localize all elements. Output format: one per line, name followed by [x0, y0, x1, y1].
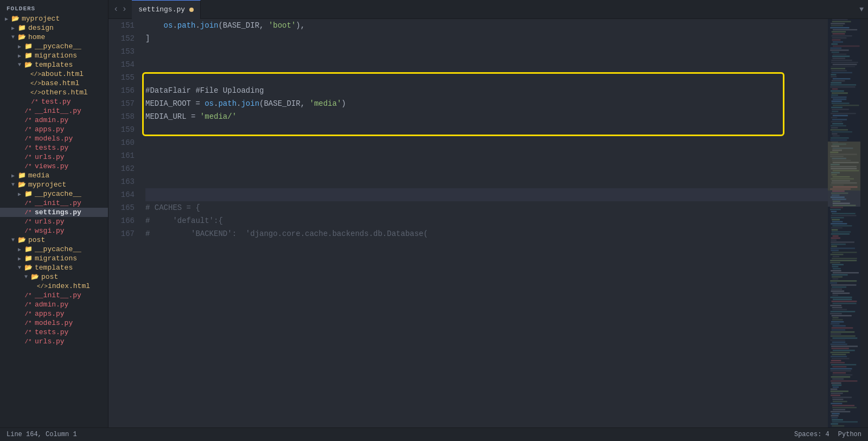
tree-item-test_py[interactable]: /*test.py: [0, 97, 108, 106]
status-position: Line 164, Column 1: [7, 431, 794, 438]
tab-dropdown-icon[interactable]: ▼: [855, 5, 868, 14]
code-line-163: [145, 175, 828, 188]
tree-label-models_home: models.py: [35, 135, 73, 143]
tree-label-pycache_post: __pycache__: [35, 245, 81, 253]
tree-icon-file-py: /*: [24, 301, 33, 309]
tree-icon-file-py: /*: [24, 153, 33, 161]
code-container: 1511521531541551561571581591601611621631…: [108, 19, 868, 427]
tree-label-home: home: [28, 33, 45, 41]
tree-item-init_post[interactable]: /*__init__.py: [0, 291, 108, 300]
tree-icon-folder: 📂: [30, 273, 39, 281]
tree-item-apps_home[interactable]: /*apps.py: [0, 125, 108, 134]
tree-icon-file-py: /*: [24, 319, 33, 327]
tree-item-admin_post[interactable]: /*admin.py: [0, 300, 108, 309]
tree-item-design[interactable]: ▶📁design: [0, 23, 108, 33]
code-line-162: [145, 162, 828, 175]
minimap-slider[interactable]: [828, 142, 860, 207]
code-line-166: # 'default':{: [145, 214, 828, 227]
tree-label-init_post: __init__.py: [35, 291, 81, 299]
tree-label-urls_home: urls.py: [35, 153, 65, 161]
tree-label-tests_home: tests.py: [35, 144, 68, 152]
tree-item-models_post[interactable]: /*models.py: [0, 318, 108, 328]
tree-icon-file-py: /*: [24, 135, 33, 143]
editor-area: ‹ › settings.py ▼ 1511521531541551561571…: [108, 0, 868, 427]
tree-item-migrations_home[interactable]: ▶📁migrations: [0, 51, 108, 60]
tab-filename: settings.py: [138, 5, 185, 14]
code-line-158: MEDIA_URL = 'media/': [145, 110, 828, 123]
tree-label-about_html: about.html: [41, 70, 84, 78]
tree-item-settings_py[interactable]: /*settings.py: [0, 208, 108, 217]
sidebar-title: FOLDERS: [0, 2, 108, 14]
tree-item-apps_post[interactable]: /*apps.py: [0, 309, 108, 318]
code-line-157: MEDIA_ROOT = os.path.join(BASE_DIR, 'med…: [145, 97, 828, 110]
line-number-151: 151: [108, 19, 135, 32]
code-content[interactable]: os.path.join(BASE_DIR, 'boot'),]#DataFla…: [141, 19, 828, 427]
tree-item-tests_post[interactable]: /*tests.py: [0, 328, 108, 337]
tree-item-tests_home[interactable]: /*tests.py: [0, 143, 108, 152]
tree-item-base_html[interactable]: </>base.html: [0, 79, 108, 88]
line-number-156: 156: [108, 84, 135, 97]
nav-back-icon[interactable]: ‹: [112, 3, 120, 15]
tree-item-myproject[interactable]: ▶📂myproject: [0, 14, 108, 23]
tree-item-post_folder[interactable]: ▼📂post: [0, 272, 108, 282]
tree-item-pycache_home[interactable]: ▶📁__pycache__: [0, 42, 108, 51]
status-bar: Line 164, Column 1 Spaces: 4 Python: [0, 427, 868, 441]
tree-icon-folder: 📂: [24, 264, 33, 272]
nav-forward-icon[interactable]: ›: [120, 3, 129, 15]
sidebar: FOLDERS ▶📂myproject▶📁design▼📂home▶📁__pyc…: [0, 0, 108, 427]
tree-label-wsgi_myp: wsgi.py: [35, 227, 65, 235]
tree-icon-file-py: /*: [24, 116, 33, 124]
tree-label-admin_home: admin.py: [35, 116, 68, 124]
tree-item-urls_post[interactable]: /*urls.py: [0, 337, 108, 346]
tree-icon-folder: 📁: [24, 42, 33, 50]
tree-item-myproject_inner[interactable]: ▼📂myproject: [0, 180, 108, 189]
tree-icon-file-py: /*: [24, 337, 33, 346]
tree-label-pycache_myp: __pycache__: [35, 190, 81, 198]
status-spaces: Spaces: 4: [794, 431, 829, 438]
tree-icon-folder: 📁: [17, 171, 26, 180]
tree-icon-file-py: /*: [24, 218, 33, 226]
tree-item-media[interactable]: ▶📁media: [0, 171, 108, 180]
tree-item-migrations_post[interactable]: ▶📁migrations: [0, 254, 108, 263]
tree-arrow-templates_post: ▼: [15, 265, 24, 271]
tree-item-init_myp[interactable]: /*__init__.py: [0, 199, 108, 208]
tree-arrow-myproject: ▶: [2, 16, 11, 22]
scrollbar[interactable]: [860, 19, 868, 427]
tree-label-settings_py: settings.py: [35, 208, 81, 216]
tree-icon-file-py: /*: [24, 291, 33, 299]
tree-item-pycache_post[interactable]: ▶📁__pycache__: [0, 245, 108, 254]
tree-arrow-migrations_home: ▶: [15, 53, 24, 59]
tree-arrow-post_folder: ▼: [22, 274, 30, 280]
tree-item-others_html[interactable]: </>others.html: [0, 88, 108, 97]
tree-arrow-myproject_inner: ▼: [9, 182, 17, 188]
active-tab[interactable]: settings.py: [132, 0, 201, 19]
tree-item-home[interactable]: ▼📂home: [0, 33, 108, 42]
tree-item-index_html[interactable]: </>index.html: [0, 282, 108, 291]
tree-item-models_home[interactable]: /*models.py: [0, 134, 108, 143]
tree-arrow-pycache_home: ▶: [15, 43, 24, 50]
tree-icon-folder: 📂: [11, 15, 20, 23]
tree-label-init_myp: __init__.py: [35, 199, 81, 207]
tree-icon-folder: 📁: [24, 52, 33, 60]
code-line-161: [145, 149, 828, 162]
tree-item-urls_myp[interactable]: /*urls.py: [0, 217, 108, 226]
tree-arrow-templates_home: ▼: [15, 62, 24, 68]
tree-icon-file-html: </>: [30, 70, 39, 78]
tree-label-templates_home: templates: [35, 61, 73, 69]
tree-arrow-migrations_post: ▶: [15, 255, 24, 262]
tree-item-views_home[interactable]: /*views.py: [0, 162, 108, 171]
tree-item-wsgi_myp[interactable]: /*wsgi.py: [0, 226, 108, 235]
tree-item-init_home[interactable]: /*__init__.py: [0, 106, 108, 116]
tree-item-pycache_myp[interactable]: ▶📁__pycache__: [0, 189, 108, 199]
nav-arrows: ‹ ›: [108, 3, 132, 15]
status-right: Spaces: 4 Python: [794, 431, 861, 438]
tree-item-templates_post[interactable]: ▼📂templates: [0, 263, 108, 272]
tree-label-media: media: [28, 171, 49, 180]
tree-item-urls_home[interactable]: /*urls.py: [0, 152, 108, 162]
tree-item-about_html[interactable]: </>about.html: [0, 69, 108, 79]
tree-item-admin_home[interactable]: /*admin.py: [0, 116, 108, 125]
tree-icon-file-py: /*: [24, 227, 33, 235]
tree-item-templates_home[interactable]: ▼📂templates: [0, 60, 108, 69]
tree-item-post[interactable]: ▼📂post: [0, 235, 108, 245]
code-line-154: [145, 58, 828, 71]
